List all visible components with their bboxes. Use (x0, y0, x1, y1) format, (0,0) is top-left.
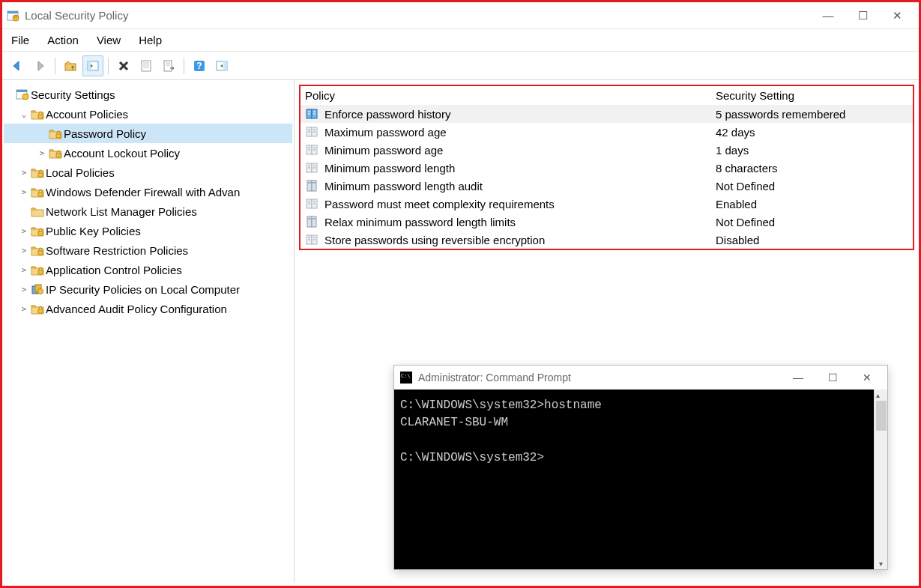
toolbar-separator (184, 58, 184, 74)
svg-rect-22 (56, 134, 61, 138)
tree-pane: Security Settings ⌄ Account Policies Pas… (2, 80, 295, 583)
cmd-titlebar[interactable]: Administrator: Command Prompt — ☐ ✕ (394, 366, 887, 390)
tree-expander-icon[interactable]: > (19, 246, 29, 255)
menu-action[interactable]: Action (47, 34, 79, 46)
svg-rect-24 (38, 173, 43, 177)
tree-item-label: IP Security Policies on Local Computer (46, 283, 240, 296)
policy-header[interactable]: Policy Security Setting (301, 86, 913, 105)
svg-rect-21 (38, 115, 43, 118)
cmd-output[interactable]: C:\WINDOWS\system32>hostname CLARANET-SB… (394, 390, 874, 569)
cmd-window[interactable]: Administrator: Command Prompt — ☐ ✕ C:\W… (393, 365, 888, 570)
folder-icon (49, 127, 62, 139)
forward-button[interactable] (29, 55, 50, 76)
policy-icon (305, 179, 320, 193)
tree-item-label: Advanced Audit Policy Configuration (46, 303, 227, 315)
policy-name: Minimum password length (324, 162, 716, 175)
tree-expander-icon[interactable]: > (19, 168, 29, 178)
col-setting[interactable]: Security Setting (716, 89, 908, 102)
svg-rect-25 (38, 193, 43, 196)
tree-expander-icon[interactable]: > (19, 187, 29, 197)
folder-icon (31, 108, 44, 120)
cmd-icon (400, 372, 412, 384)
tree-item[interactable]: > Application Control Policies (4, 260, 292, 279)
close-button[interactable]: ✕ (880, 4, 914, 27)
scroll-thumb[interactable] (876, 401, 887, 431)
policy-row[interactable]: Minimum password length8 characters (301, 159, 913, 177)
tree-expander-icon[interactable]: > (19, 304, 29, 314)
cmd-maximize-button[interactable]: ☐ (815, 366, 850, 389)
tree-item[interactable]: Password Policy (4, 124, 292, 143)
up-one-level-button[interactable] (60, 55, 81, 76)
folder-icon (31, 225, 44, 237)
svg-rect-60 (312, 182, 315, 184)
properties-button[interactable] (136, 55, 157, 76)
menu-file[interactable]: File (11, 34, 29, 46)
minimize-button[interactable]: — (811, 4, 845, 27)
svg-rect-27 (38, 251, 43, 255)
tree-root[interactable]: Security Settings (4, 85, 292, 104)
folder-icon (49, 147, 62, 159)
folder-icon (31, 264, 44, 276)
app-icon (7, 9, 20, 22)
folder-icon (31, 186, 44, 198)
tree-expander-icon[interactable]: > (37, 148, 47, 158)
help-button[interactable]: ? (189, 55, 210, 76)
policy-row[interactable]: Relax minimum password length limitsNot … (301, 213, 913, 231)
policy-value: Not Defined (716, 180, 908, 193)
delete-button[interactable] (113, 55, 134, 76)
back-button[interactable] (7, 55, 28, 76)
policy-name: Relax minimum password length limits (324, 216, 716, 228)
tree-item[interactable]: > Account Lockout Policy (4, 143, 292, 163)
svg-rect-17 (223, 61, 227, 70)
tree-item[interactable]: > Public Key Policies (4, 221, 292, 240)
policy-icon (305, 233, 320, 246)
show-hide-action-pane-button[interactable] (211, 55, 232, 76)
export-list-button[interactable] (158, 55, 179, 76)
maximize-button[interactable]: ☐ (845, 4, 880, 27)
svg-point-31 (38, 289, 43, 294)
tree-expander-icon[interactable]: > (19, 265, 29, 275)
col-policy[interactable]: Policy (305, 89, 716, 102)
policy-row[interactable]: Minimum password length auditNot Defined (301, 177, 913, 195)
policy-row[interactable]: Password must meet complexity requiremen… (301, 195, 913, 213)
ipsec-icon (31, 283, 44, 295)
tree-item[interactable]: > Software Restriction Policies (4, 240, 292, 260)
tree-item-label: Application Control Policies (46, 264, 182, 276)
menu-help[interactable]: Help (139, 34, 162, 46)
show-hide-console-tree-button[interactable] (82, 55, 103, 76)
folder-icon (31, 303, 44, 315)
policy-value: 5 passwords remembered (716, 108, 908, 121)
svg-rect-7 (142, 61, 151, 71)
tree-item-label: Windows Defender Firewall with Advan (46, 186, 240, 198)
cmd-minimize-button[interactable]: — (781, 366, 815, 389)
cmd-scrollbar[interactable]: ▴ ▾ (874, 390, 887, 569)
policy-row[interactable]: Enforce password history5 passwords reme… (301, 105, 913, 123)
menu-view[interactable]: View (97, 34, 121, 46)
tree-item-label: Account Policies (46, 108, 128, 121)
policy-value: Disabled (716, 234, 908, 246)
tree-item[interactable]: Network List Manager Policies (4, 201, 292, 221)
policy-icon (305, 107, 320, 121)
svg-rect-32 (38, 309, 43, 313)
tree-item[interactable]: > Local Policies (4, 163, 292, 182)
scroll-up-icon[interactable]: ▴ (876, 391, 887, 399)
svg-point-20 (22, 94, 28, 100)
tree-item[interactable]: > IP Security Policies on Local Computer (4, 279, 292, 299)
policy-row[interactable]: Minimum password age1 days (301, 141, 913, 159)
tree-item[interactable]: ⌄ Account Policies (4, 104, 292, 124)
tree-item-label: Software Restriction Policies (46, 244, 188, 257)
policy-icon (305, 125, 320, 139)
tree-item[interactable]: > Advanced Audit Policy Configuration (4, 299, 292, 318)
scroll-down-icon[interactable]: ▾ (879, 560, 883, 568)
tree-item[interactable]: > Windows Defender Firewall with Advan (4, 182, 292, 201)
policy-icon (305, 161, 320, 175)
cmd-close-button[interactable]: ✕ (850, 366, 884, 389)
svg-rect-69 (308, 218, 311, 219)
tree-expander-icon[interactable]: ⌄ (19, 109, 29, 119)
policy-row[interactable]: Maximum password age42 days (301, 123, 913, 141)
svg-rect-11 (164, 61, 172, 71)
tree-expander-icon[interactable]: > (19, 285, 29, 294)
policy-row[interactable]: Store passwords using reversible encrypt… (301, 231, 913, 249)
tree-expander-icon[interactable]: > (19, 226, 29, 236)
policy-value: 8 characters (716, 162, 908, 175)
